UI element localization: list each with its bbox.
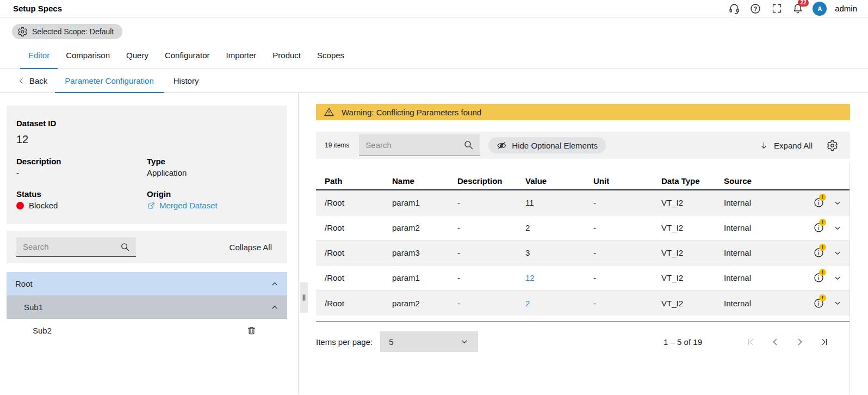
tab-query[interactable]: Query bbox=[118, 42, 157, 69]
chevron-left-icon bbox=[17, 77, 26, 85]
gear-icon bbox=[17, 27, 28, 37]
warning-badge: ! bbox=[819, 194, 826, 201]
cell-description: - bbox=[457, 273, 525, 282]
tab-scopes[interactable]: Scopes bbox=[309, 42, 352, 69]
type-value: Application bbox=[147, 168, 277, 177]
dataset-id-label: Dataset ID bbox=[16, 119, 277, 128]
tree-node-root[interactable]: Root bbox=[7, 272, 287, 295]
warning-badge: ! bbox=[819, 269, 826, 276]
next-page-button[interactable] bbox=[795, 337, 805, 347]
items-per-page-value: 5 bbox=[389, 337, 393, 347]
description-label: Description bbox=[16, 157, 147, 166]
row-info-button[interactable]: ! bbox=[813, 247, 824, 258]
subtab-history[interactable]: History bbox=[164, 69, 209, 93]
collapse-all-button[interactable]: Collapse All bbox=[230, 243, 272, 252]
notifications-button[interactable]: 22 bbox=[791, 2, 804, 15]
row-expand-button[interactable] bbox=[833, 298, 842, 308]
fullscreen-button[interactable] bbox=[770, 2, 783, 15]
scope-chip-row: Selected Scope: Default bbox=[0, 17, 868, 42]
chevron-down-icon bbox=[833, 198, 842, 208]
help-button[interactable]: ? bbox=[749, 2, 762, 15]
description-value: - bbox=[16, 168, 147, 177]
row-info-button[interactable]: ! bbox=[813, 298, 824, 309]
cell-name: param3 bbox=[392, 248, 457, 257]
row-expand-button[interactable] bbox=[833, 248, 842, 258]
origin-link[interactable]: Merged Dataset bbox=[147, 201, 277, 210]
tab-comparison[interactable]: Comparison bbox=[58, 42, 118, 69]
status-label: Status bbox=[16, 189, 147, 199]
help-icon: ? bbox=[749, 3, 761, 15]
cell-source: Internal bbox=[724, 273, 805, 282]
expand-all-button[interactable]: Expand All bbox=[759, 141, 813, 150]
trash-icon bbox=[246, 325, 257, 336]
tab-editor[interactable]: Editor bbox=[20, 42, 58, 69]
warning-banner-text: Warning: Conflicting Parameters found bbox=[342, 108, 481, 117]
row-expand-button[interactable] bbox=[833, 198, 842, 208]
cell-source: Internal bbox=[724, 223, 805, 232]
pagination-bar: Items per page: 5 1 – 5 of 19 bbox=[316, 331, 850, 352]
cell-description: - bbox=[457, 223, 525, 232]
status-indicator-dot bbox=[16, 202, 24, 209]
warning-badge: ! bbox=[819, 219, 826, 226]
cell-path: /Root bbox=[325, 273, 392, 282]
chevron-up-icon bbox=[270, 279, 280, 289]
back-button[interactable]: Back bbox=[17, 69, 47, 92]
cell-value-link[interactable]: 12 bbox=[525, 273, 593, 282]
back-label: Back bbox=[29, 76, 47, 85]
first-page-button[interactable] bbox=[746, 337, 756, 347]
subtab-parameter-configuration[interactable]: Parameter Configuration bbox=[55, 69, 163, 93]
table-header-row: Path Name Description Value Unit Data Ty… bbox=[316, 172, 850, 190]
chevron-down-icon bbox=[833, 273, 842, 283]
previous-page-button[interactable] bbox=[770, 337, 780, 347]
row-info-button[interactable]: ! bbox=[813, 272, 824, 283]
user-name[interactable]: admin bbox=[835, 4, 857, 13]
row-expand-button[interactable] bbox=[833, 223, 842, 233]
table-row: /Root param3 - 3 - VT_I2 Internal ! bbox=[316, 240, 850, 266]
tree-node-sub1[interactable]: Sub1 bbox=[7, 295, 287, 319]
table-search-box bbox=[359, 134, 480, 156]
table-toolbar: 19 items Hide Optional Elements bbox=[316, 132, 850, 159]
cell-name: param1 bbox=[392, 198, 457, 207]
content-right-divider bbox=[850, 163, 850, 394]
tree-search-input[interactable] bbox=[23, 242, 120, 251]
table-search-input[interactable] bbox=[365, 140, 463, 150]
cell-data-type: VT_I2 bbox=[661, 248, 724, 257]
column-header-name: Name bbox=[392, 176, 457, 186]
cell-data-type: VT_I2 bbox=[661, 273, 724, 282]
items-per-page-select[interactable]: 5 bbox=[380, 331, 478, 352]
table-settings-button[interactable] bbox=[827, 140, 838, 151]
tab-product[interactable]: Product bbox=[264, 42, 309, 69]
eye-off-icon bbox=[497, 140, 507, 151]
main-area: Dataset ID 12 Description - Type Applica… bbox=[0, 93, 868, 394]
chevron-down-icon bbox=[460, 337, 469, 347]
panel-splitter[interactable] bbox=[300, 282, 308, 313]
cell-name: param2 bbox=[392, 223, 457, 232]
collapse-node-button[interactable] bbox=[270, 279, 280, 289]
svg-text:?: ? bbox=[754, 5, 757, 11]
warning-icon bbox=[324, 107, 334, 118]
chevron-up-icon bbox=[270, 303, 280, 312]
cell-unit: - bbox=[593, 198, 661, 207]
pagination-range: 1 – 5 of 19 bbox=[664, 337, 702, 347]
cell-description: - bbox=[457, 198, 525, 207]
warning-badge: ! bbox=[819, 244, 826, 251]
tab-configurator[interactable]: Configurator bbox=[157, 42, 218, 69]
row-info-button[interactable]: ! bbox=[813, 222, 824, 233]
cell-value-link[interactable]: 2 bbox=[525, 299, 593, 308]
hide-optional-elements-button[interactable]: Hide Optional Elements bbox=[488, 137, 606, 153]
collapse-node-button[interactable] bbox=[270, 303, 280, 312]
avatar[interactable]: A bbox=[813, 2, 827, 16]
tab-importer[interactable]: Importer bbox=[218, 42, 264, 69]
row-info-button[interactable]: ! bbox=[813, 197, 824, 208]
top-bar-actions: ? 22 A admin bbox=[728, 2, 857, 16]
row-expand-button[interactable] bbox=[833, 273, 842, 283]
last-page-button[interactable] bbox=[819, 337, 829, 347]
cell-path: /Root bbox=[325, 299, 392, 308]
support-button[interactable] bbox=[728, 2, 741, 15]
delete-node-button[interactable] bbox=[246, 325, 257, 336]
selected-scope-chip[interactable]: Selected Scope: Default bbox=[12, 24, 122, 39]
column-header-unit: Unit bbox=[593, 176, 661, 186]
tree-node-sub2[interactable]: Sub2 bbox=[7, 319, 287, 342]
gear-icon bbox=[827, 140, 838, 151]
table-row: /Root param1 - 12 - VT_I2 Internal ! bbox=[316, 266, 850, 291]
